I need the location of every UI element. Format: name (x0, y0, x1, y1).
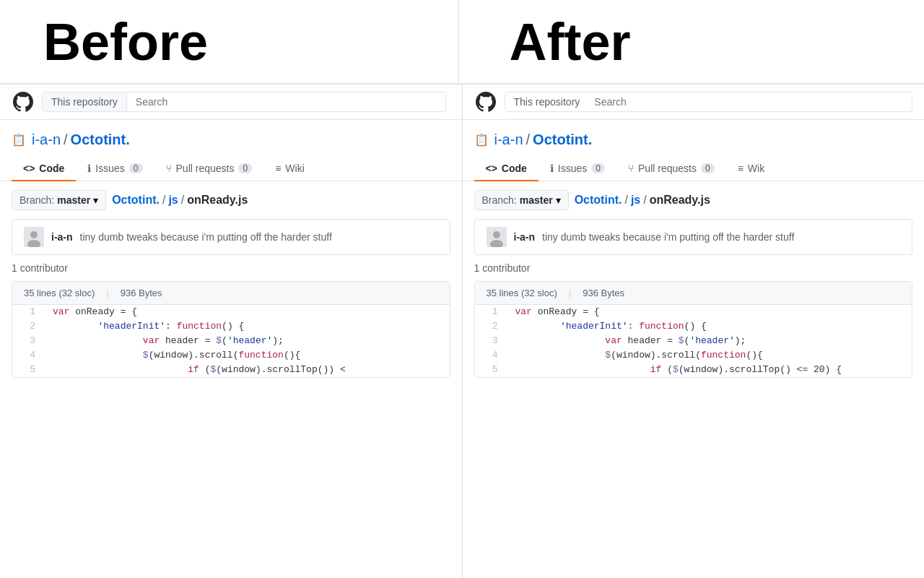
after-pr-tab-icon: ⑂ (628, 163, 634, 174)
before-contributor-row: 1 contributor (0, 255, 462, 281)
after-avatar (487, 227, 507, 247)
after-commit-author[interactable]: i-a-n (514, 231, 536, 243)
after-code-container: 35 lines (32 sloc) | 936 Bytes 1 var onR… (474, 281, 913, 378)
after-code-line-1: 1 var onReady = { (475, 305, 912, 319)
wiki-tab-label: Wiki (285, 163, 304, 174)
before-tabs: <> Code ℹ Issues 0 ⑂ Pull requests 0 ≡ W… (0, 157, 462, 181)
after-pr-badge: 0 (701, 163, 715, 173)
after-tabs: <> Code ℹ Issues 0 ⑂ Pull requests 0 ≡ W… (463, 157, 925, 181)
before-code-line-3: 3 var header = $('header'); (12, 334, 450, 348)
after-panel: This repository 📋 i-a-n / Octotint. <> C… (463, 85, 925, 578)
after-chevron-icon: ▾ (556, 194, 561, 206)
after-code-stats: 35 lines (32 sloc) | 936 Bytes (475, 282, 912, 305)
before-tab-issues[interactable]: ℹ Issues 0 (76, 157, 154, 181)
svg-point-1 (30, 231, 38, 238)
after-search-box[interactable]: This repository (505, 92, 913, 112)
after-tab-issues[interactable]: ℹ Issues 0 (539, 157, 616, 181)
after-stat-divider: | (569, 288, 571, 298)
github-logo-after-icon (474, 90, 497, 113)
after-commit-row: i-a-n tiny dumb tweaks because i'm putti… (474, 219, 913, 255)
after-repo-breadcrumb: 📋 i-a-n / Octotint. (463, 120, 925, 151)
after-issues-tab-label: Issues (558, 163, 587, 174)
before-commit-message: tiny dumb tweaks because i'm putting off… (80, 231, 332, 243)
after-path-repo[interactable]: Octotint. (575, 194, 622, 207)
after-path-sep2: / (643, 194, 646, 207)
code-tab-label: Code (39, 163, 64, 174)
before-search-input[interactable] (127, 92, 445, 111)
before-repo-separator: / (64, 131, 68, 148)
after-tab-pullrequests[interactable]: ⑂ Pull requests 0 (616, 157, 726, 181)
before-repo-breadcrumb: 📋 i-a-n / Octotint. (0, 120, 462, 151)
after-navbar: This repository (463, 85, 925, 120)
pr-tab-icon: ⑂ (166, 163, 172, 174)
code-tab-icon: <> (23, 163, 35, 174)
after-tab-code[interactable]: <> Code (474, 157, 539, 181)
after-wiki-tab-label: Wik (748, 163, 764, 174)
before-code-size: 936 Bytes (121, 288, 162, 298)
before-code-container: 35 lines (32 sloc) | 936 Bytes 1 var onR… (12, 281, 450, 378)
after-contributor-count: 1 contributor (474, 262, 531, 274)
before-tab-pullrequests[interactable]: ⑂ Pull requests 0 (154, 157, 264, 181)
before-commit-author[interactable]: i-a-n (51, 231, 73, 243)
after-branch-button[interactable]: Branch: master ▾ (474, 190, 569, 210)
before-title: Before (22, 12, 437, 72)
after-repo-name[interactable]: Octotint. (533, 131, 592, 148)
after-issues-badge: 0 (591, 163, 605, 173)
svg-point-4 (493, 231, 500, 238)
before-pr-badge: 0 (238, 163, 252, 173)
after-issues-tab-icon: ℹ (550, 163, 554, 174)
before-tab-wiki[interactable]: ≡ Wiki (263, 157, 316, 181)
panels-container: This repository 📋 i-a-n / Octotint. <> C… (0, 85, 924, 578)
before-tab-code[interactable]: <> Code (12, 157, 76, 181)
after-code-line-2: 2 'headerInit': function() { (475, 319, 912, 334)
before-navbar: This repository (0, 85, 462, 120)
after-file-breadcrumb: Octotint. / js / onReady.js (575, 194, 710, 207)
repo-icon: 📋 (12, 133, 26, 147)
before-file-path-bar: Branch: master ▾ Octotint. / js / onRead… (0, 181, 462, 219)
after-code-line-5: 5 if ($(window).scrollTop() <= 20) { (475, 363, 912, 377)
before-repo-owner[interactable]: i-a-n (32, 131, 61, 148)
after-path-dir[interactable]: js (631, 194, 640, 207)
before-path-repo[interactable]: Octotint. (112, 194, 160, 207)
after-code-tab-label: Code (502, 163, 527, 174)
before-chevron-icon: ▾ (93, 194, 98, 206)
after-path-sep1: / (624, 194, 627, 207)
before-repo-name[interactable]: Octotint. (71, 131, 130, 148)
before-code-line-2: 2 'headerInit': function() { (12, 319, 450, 334)
issues-tab-label: Issues (95, 163, 124, 174)
before-branch-name: master (57, 194, 90, 206)
before-search-box[interactable]: This repository (42, 92, 446, 112)
before-code-lines: 35 lines (32 sloc) (24, 288, 95, 298)
after-wiki-tab-icon: ≡ (738, 163, 744, 174)
after-code-tab-icon: <> (486, 163, 497, 174)
before-path-file: onReady.js (187, 194, 248, 207)
before-repo-label: This repository (43, 92, 127, 111)
after-code-size: 936 Bytes (583, 288, 624, 298)
after-header-section: After (459, 0, 925, 83)
after-tab-wiki[interactable]: ≡ Wik (726, 157, 777, 181)
after-title: After (488, 12, 903, 72)
after-repo-separator: / (526, 131, 531, 148)
before-avatar (24, 227, 44, 247)
before-stat-divider: | (106, 288, 108, 298)
pr-tab-label: Pull requests (176, 163, 235, 174)
after-code-body: 1 var onReady = { 2 'headerInit': functi… (475, 305, 912, 377)
after-repo-owner[interactable]: i-a-n (494, 131, 523, 148)
before-code-line-1: 1 var onReady = { (12, 305, 450, 319)
before-branch-label: Branch: (19, 194, 54, 206)
after-search-input[interactable] (588, 92, 912, 111)
after-branch-name: master (520, 194, 553, 206)
before-panel: This repository 📋 i-a-n / Octotint. <> C… (0, 85, 463, 578)
before-path-dir[interactable]: js (168, 194, 178, 207)
after-repo-label: This repository (505, 92, 589, 111)
after-commit-message: tiny dumb tweaks because i'm putting off… (542, 231, 794, 243)
before-code-body: 1 var onReady = { 2 'headerInit': functi… (12, 305, 450, 377)
before-code-stats: 35 lines (32 sloc) | 936 Bytes (12, 282, 450, 305)
before-path-sep2: / (181, 194, 184, 207)
after-branch-label: Branch: (482, 194, 517, 206)
issues-tab-icon: ℹ (87, 163, 91, 174)
before-branch-button[interactable]: Branch: master ▾ (12, 190, 106, 210)
before-contributor-count: 1 contributor (12, 262, 68, 274)
before-code-line-4: 4 $(window).scroll(function(){ (12, 348, 450, 363)
after-code-line-3: 3 var header = $('header'); (475, 334, 912, 348)
